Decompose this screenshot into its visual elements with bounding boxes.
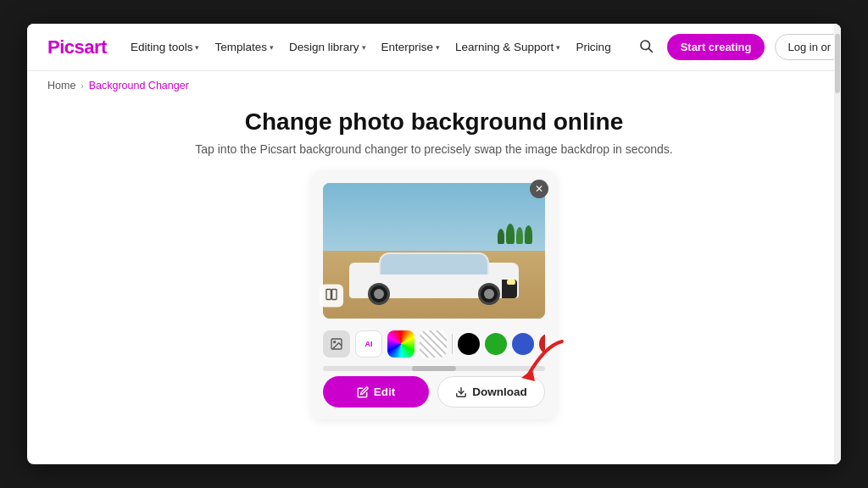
svg-line-1 [648, 48, 652, 52]
chevron-icon: ▾ [270, 43, 274, 52]
color-swatch-red[interactable] [539, 333, 545, 355]
nav-links: Editing tools ▾ Templates ▾ Design libra… [131, 41, 611, 53]
ai-tool-icon[interactable]: AI [355, 330, 382, 358]
search-button[interactable] [635, 35, 657, 60]
rainbow-tool-icon[interactable] [387, 330, 415, 358]
scroll-strip[interactable] [323, 366, 545, 371]
scrollbar-thumb[interactable] [835, 34, 840, 93]
nav-enterprise[interactable]: Enterprise ▾ [381, 41, 441, 53]
main-content: Change photo background online Tap into … [27, 100, 841, 464]
breadcrumb-home[interactable]: Home [47, 80, 75, 92]
svg-rect-2 [326, 289, 331, 299]
nav-learning-support[interactable]: Learning & Support ▾ [455, 41, 560, 53]
tool-strip: AI [323, 327, 545, 361]
breadcrumb-current[interactable]: Background Changer [89, 80, 189, 92]
page-subtitle: Tap into the Picsart background changer … [195, 142, 672, 156]
nav-design-library[interactable]: Design library ▾ [289, 41, 366, 53]
chevron-icon: ▾ [195, 43, 199, 52]
close-button[interactable]: ✕ [530, 180, 548, 198]
chevron-icon: ▾ [436, 43, 440, 52]
page-title: Change photo background online [245, 108, 623, 136]
color-swatch-green[interactable] [485, 333, 507, 355]
scrollbar-track [834, 24, 841, 464]
compare-button[interactable] [320, 284, 343, 307]
pattern-tool-icon[interactable] [420, 330, 447, 358]
navbar: Picsart Editing tools ▾ Templates ▾ Desi… [27, 24, 841, 71]
download-button[interactable]: Download [437, 376, 545, 408]
color-swatch-black[interactable] [458, 333, 480, 355]
scroll-thumb [412, 366, 456, 371]
svg-point-5 [334, 341, 336, 343]
edit-button[interactable]: Edit [323, 376, 429, 408]
chevron-icon: ▾ [556, 43, 560, 52]
color-swatch-blue[interactable] [512, 333, 534, 355]
color-separator [452, 334, 453, 354]
nav-actions: Start creating Log in or sign up [635, 34, 841, 60]
chevron-icon: ▾ [362, 43, 366, 52]
action-buttons: Edit Download [323, 376, 545, 408]
image-tool-icon[interactable] [323, 330, 350, 358]
breadcrumb: Home › Background Changer [27, 71, 841, 100]
tool-widget: ✕ [311, 171, 557, 419]
start-creating-button[interactable]: Start creating [667, 34, 765, 60]
breadcrumb-separator: › [81, 81, 83, 91]
login-button[interactable]: Log in or sign up [775, 34, 841, 60]
nav-pricing[interactable]: Pricing [576, 41, 610, 53]
logo[interactable]: Picsart [47, 36, 107, 58]
svg-rect-3 [332, 289, 337, 299]
nav-templates[interactable]: Templates ▾ [214, 41, 274, 53]
image-area [323, 183, 545, 319]
nav-editing-tools[interactable]: Editing tools ▾ [131, 41, 200, 53]
